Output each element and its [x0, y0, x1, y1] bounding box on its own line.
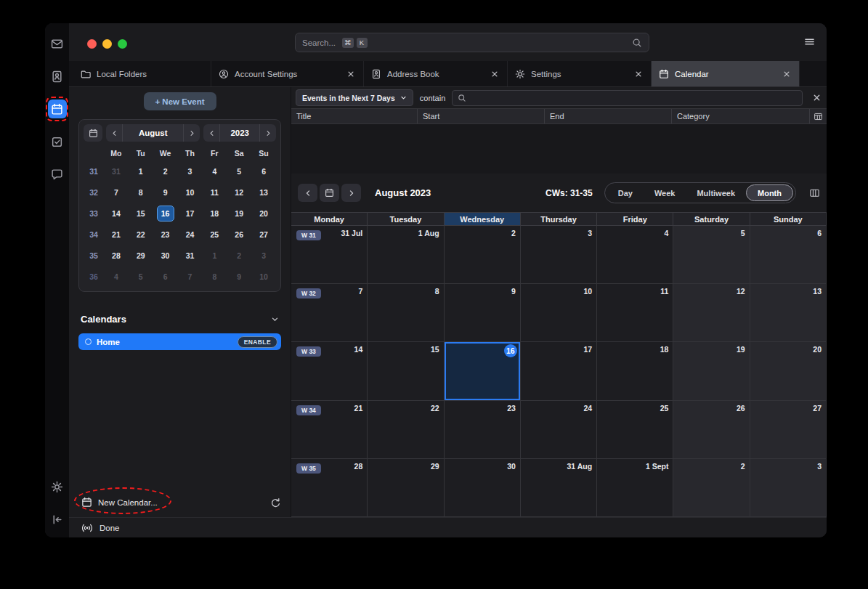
global-search-box[interactable]: Search... ⌘ K [295, 33, 649, 52]
next-period-icon[interactable] [341, 184, 361, 202]
month-grid-cell[interactable]: 12 [673, 284, 750, 342]
month-grid-cell[interactable]: 4 [597, 226, 673, 284]
rotate-view-icon[interactable] [809, 187, 820, 198]
close-icon[interactable] [346, 69, 356, 79]
prev-month-icon[interactable] [106, 124, 122, 142]
month-grid-cell[interactable]: 27 [750, 401, 827, 459]
month-grid-cell[interactable]: 23 [445, 401, 521, 459]
month-grid-cell[interactable]: 2 [673, 459, 750, 517]
month-grid-cell[interactable]: 1 Aug [368, 226, 444, 284]
mini-cal-day[interactable]: 4 [202, 161, 227, 182]
mini-cal-day[interactable]: 5 [227, 161, 251, 182]
mini-cal-day[interactable]: 29 [129, 245, 153, 266]
mini-cal-day[interactable]: 19 [227, 203, 251, 224]
month-grid-cell[interactable]: 6 [750, 226, 827, 284]
collapse-sidebar-icon[interactable] [48, 510, 67, 529]
month-grid-cell[interactable]: 29 [368, 459, 444, 517]
mini-cal-day[interactable]: 1 [202, 245, 227, 266]
mini-cal-day[interactable]: 30 [153, 245, 178, 266]
close-icon[interactable] [490, 69, 500, 79]
mini-cal-day[interactable]: 27 [251, 224, 276, 245]
event-search-box[interactable] [452, 90, 803, 106]
mini-cal-day[interactable]: 31 [178, 245, 203, 266]
month-grid-cell[interactable]: 8 [368, 284, 444, 342]
calendar-list-item-home[interactable]: Home ENABLE [78, 333, 281, 350]
month-grid-cell[interactable]: 11 [597, 284, 673, 342]
month-grid-cell[interactable]: 2 [445, 226, 521, 284]
today-icon[interactable] [320, 184, 339, 202]
mini-cal-day[interactable]: 22 [129, 224, 153, 245]
prev-period-icon[interactable] [298, 184, 317, 202]
event-search-input[interactable] [471, 94, 797, 102]
mini-cal-day[interactable]: 13 [251, 182, 276, 203]
month-grid-cell[interactable]: 26 [673, 401, 750, 459]
close-icon[interactable] [782, 69, 792, 79]
chevron-down-icon[interactable] [271, 315, 279, 323]
calendar-icon[interactable] [48, 99, 67, 118]
tab-settings[interactable]: Settings [508, 61, 652, 86]
enable-badge[interactable]: ENABLE [238, 336, 277, 348]
mini-cal-day[interactable]: 21 [104, 224, 129, 245]
month-grid-cell[interactable]: 9 [445, 284, 521, 342]
mini-cal-day[interactable]: 31 [104, 161, 129, 182]
month-grid-cell[interactable]: 25 [597, 401, 673, 459]
month-grid-cell[interactable]: 16 [445, 342, 521, 400]
month-grid-cell[interactable]: 30 [445, 459, 521, 517]
mini-cal-day[interactable]: 14 [104, 203, 129, 224]
month-grid-cell[interactable]: 5 [673, 226, 750, 284]
mini-cal-day[interactable]: 20 [251, 203, 276, 224]
view-multiweek-button[interactable]: Multiweek [686, 184, 746, 201]
mini-cal-day[interactable]: 24 [178, 224, 203, 245]
mini-cal-day[interactable]: 4 [104, 266, 129, 287]
tab-calendar[interactable]: Calendar [652, 61, 800, 86]
month-grid-cell[interactable]: 10 [521, 284, 597, 342]
month-grid-cell[interactable]: 20 [750, 342, 827, 400]
tab-address-book[interactable]: Address Book [364, 61, 508, 86]
mini-cal-day[interactable]: 10 [251, 266, 276, 287]
next-month-icon[interactable] [184, 124, 200, 142]
settings-gear-icon[interactable] [48, 477, 67, 496]
mini-cal-day[interactable]: 3 [178, 161, 203, 182]
month-grid-cell[interactable]: 18 [597, 342, 673, 400]
mini-cal-day[interactable]: 3 [251, 245, 276, 266]
month-grid-cell[interactable]: 19 [673, 342, 750, 400]
month-grid-cell[interactable]: W 327 [291, 284, 368, 342]
month-grid-cell[interactable]: 3 [521, 226, 597, 284]
month-grid-cell[interactable]: 17 [521, 342, 597, 400]
column-header-end[interactable]: End [545, 109, 672, 123]
tab-local-folders[interactable]: Local Folders [73, 61, 211, 86]
mini-cal-day[interactable]: 6 [153, 266, 178, 287]
column-picker-icon[interactable] [810, 109, 827, 123]
mail-icon[interactable] [48, 34, 67, 53]
mini-cal-day[interactable]: 15 [129, 203, 153, 224]
month-grid-cell[interactable]: 24 [521, 401, 597, 459]
close-icon[interactable] [633, 69, 644, 79]
view-week-button[interactable]: Week [644, 184, 686, 201]
mini-cal-day[interactable]: 7 [104, 182, 129, 203]
month-grid-cell[interactable]: 22 [368, 401, 444, 459]
mini-cal-day[interactable]: 11 [202, 182, 227, 203]
mini-cal-day[interactable]: 18 [202, 203, 227, 224]
event-filter-dropdown[interactable]: Events in the Next 7 Days [296, 89, 413, 106]
minimize-window-button[interactable] [102, 39, 112, 49]
prev-year-icon[interactable] [203, 124, 219, 142]
mini-cal-picker-icon[interactable] [84, 124, 102, 142]
mini-cal-day[interactable]: 10 [178, 182, 203, 203]
month-grid-cell[interactable]: W 3314 [291, 342, 368, 400]
sync-icon[interactable] [270, 497, 281, 508]
mini-cal-day[interactable]: 16 [153, 203, 178, 224]
tasks-icon[interactable] [48, 132, 67, 151]
month-grid-cell[interactable]: 3 [750, 459, 827, 517]
app-menu-icon[interactable] [803, 36, 816, 47]
month-grid-cell[interactable]: W 3528 [291, 459, 368, 517]
tab-account-settings[interactable]: Account Settings [211, 61, 364, 86]
mini-cal-day[interactable]: 9 [227, 266, 251, 287]
new-event-button[interactable]: + New Event [144, 92, 216, 110]
mini-cal-day[interactable]: 23 [153, 224, 178, 245]
close-filter-icon[interactable] [809, 91, 824, 105]
month-grid-cell[interactable]: 15 [368, 342, 444, 400]
mini-cal-day[interactable]: 28 [104, 245, 129, 266]
mini-cal-day[interactable]: 12 [227, 182, 251, 203]
month-grid-cell[interactable]: 31 Aug [521, 459, 597, 517]
mini-cal-day[interactable]: 8 [129, 182, 153, 203]
